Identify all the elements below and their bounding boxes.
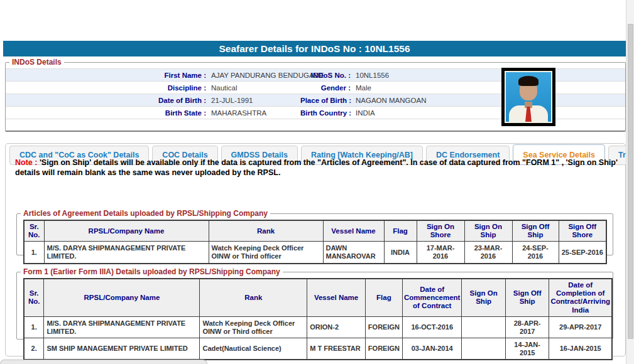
table-cell: 03-JAN-2014 [402,338,461,360]
detail-value: NAGAON MANGOAN [356,97,625,104]
vertical-scrollbar[interactable] [626,0,634,364]
note-body: 'Sign on Ship' details will be available… [15,158,618,177]
column-header: Sign On Ship [464,220,512,242]
table-cell: M/S. DARYA SHIPMANAGEMENT PRIVATE LIMITE… [44,242,209,264]
table-cell: DAWN MANSAROVAR [323,242,384,264]
table-header-row: Sr. No.RPSL/Company NameRankVessel NameF… [24,279,612,316]
detail-label: Date of Birth : [6,97,211,104]
column-header: Sign Off Ship [512,220,559,242]
photo-hair-shape [518,76,538,86]
table-cell: 28-APR-2017 [505,316,549,338]
table-cell: 25-SEP-2016 [559,242,606,264]
detail-value: 21-JUL-1991 [211,97,300,104]
table-cell: ORION-2 [307,316,366,338]
column-header: Rank [200,279,307,316]
table-cell: 16-JAN-2015 [549,338,612,360]
column-header: RPSL/Company Name [44,279,200,316]
articles-of-agreement-fieldset: Articles of Agreement Details uploaded b… [16,209,613,255]
table-cell: 29-APR-2017 [549,316,612,338]
detail-value: 10NL1556 [356,72,625,79]
note-prefix: Note : [15,158,37,167]
tab-content-panel: CDC and "CoC as Cook" DetailsCOC Details… [5,143,626,356]
form1-details-table: Sr. No.RPSL/Company NameRankVessel NameF… [23,278,613,360]
articles-of-agreement-table: Sr. No.RPSL/Company NameRankVessel NameF… [23,220,607,264]
note-text: Note : 'Sign on Ship' details will be av… [15,158,622,178]
table-cell [462,316,505,338]
detail-label: Birth Country : [300,109,356,117]
column-header: Vessel Name [323,220,384,242]
photo-image [506,72,551,122]
table-row: 1.M/S. DARYA SHIPMANAGEMENT PRIVATE LIMI… [24,316,612,338]
column-header: Sign Off Shore [559,220,606,242]
table-cell: M/S. DARYA SHIPMANAGEMENT PRIVATE LIMITE… [44,316,200,338]
column-header: Vessel Name [307,279,366,316]
column-header: Flag [384,220,417,242]
table-cell [462,338,505,360]
table-cell: 17-MAR-2016 [417,242,464,264]
table-cell: M T FREESTAR [307,338,366,360]
detail-value: INDIA [356,109,625,117]
detail-value: Nautical [211,84,300,92]
table-cell: FOREIGN [365,338,402,360]
table-cell: Watch Keeping Deck Officer OINW or Third… [209,242,323,264]
table-header-row: Sr. No.RPSL/Company NameRankVessel NameF… [24,220,606,242]
detail-label: Gender : [300,84,356,92]
table-cell: SM SHIP MANAGEMENT PRIVATE LIMITED [44,338,200,360]
column-header: Sr. No. [24,220,44,242]
table-cell: 16-OCT-2016 [402,316,461,338]
detail-label: First Name : [6,72,211,79]
table-cell: 24-SEP-2016 [512,242,559,264]
table-cell: 1. [24,316,44,338]
detail-value: AJAY PANDURANG BENDUGADE [211,72,300,79]
table-cell: 1. [24,242,44,264]
column-header: Rank [209,220,323,242]
table-cell: Watch Keeping Deck Officer OINW or Third… [200,316,307,338]
column-header: Sr. No. [24,279,44,316]
detail-value: Male [356,84,625,92]
column-header: Flag [365,279,402,316]
photo-frame [505,71,552,123]
table-cell: Cadet(Nautical Science) [200,338,307,360]
indos-details-legend: INDoS Details [9,58,64,67]
column-header: RPSL/Company Name [44,220,209,242]
page-title: Seafarer Details for INDoS No : 10NL1556 [3,41,626,56]
page-title-text: Seafarer Details for INDoS No : 10NL1556 [219,43,410,55]
column-header: Date of Completion of Contract/Arriving … [549,279,612,316]
table-row: 2.SM SHIP MANAGEMENT PRIVATE LIMITEDCade… [24,338,612,360]
detail-label: Discipline : [6,84,211,92]
detail-label: Birth State : [6,109,211,117]
table-cell: INDIA [384,242,417,264]
column-header: Sign Off Ship [505,279,549,316]
statusbar-stub [0,360,207,364]
articles-legend: Articles of Agreement Details uploaded b… [21,209,270,218]
table-cell: 14-JAN-2015 [505,338,549,360]
form1-details-fieldset: Form 1 (Earlier Form IIIA) Details uploa… [16,267,613,340]
column-header: Date of Commencement of Contract [402,279,461,316]
column-header: Sign On Shore [417,220,464,242]
detail-label: Place of Birth : [300,97,356,104]
column-header: Sign On Ship [462,279,505,316]
table-cell: 2. [24,338,44,360]
table-row: 1.M/S. DARYA SHIPMANAGEMENT PRIVATE LIMI… [24,242,606,264]
detail-label: INDoS No. : [300,72,356,79]
detail-value: MAHARASHTRA [211,109,300,117]
seafarer-photo [501,68,555,126]
scrollbar-thumb[interactable] [628,24,633,339]
table-cell: FOREIGN [365,316,402,338]
form1-legend: Form 1 (Earlier Form IIIA) Details uploa… [21,267,283,276]
table-cell: 23-MAR-2016 [464,242,512,264]
